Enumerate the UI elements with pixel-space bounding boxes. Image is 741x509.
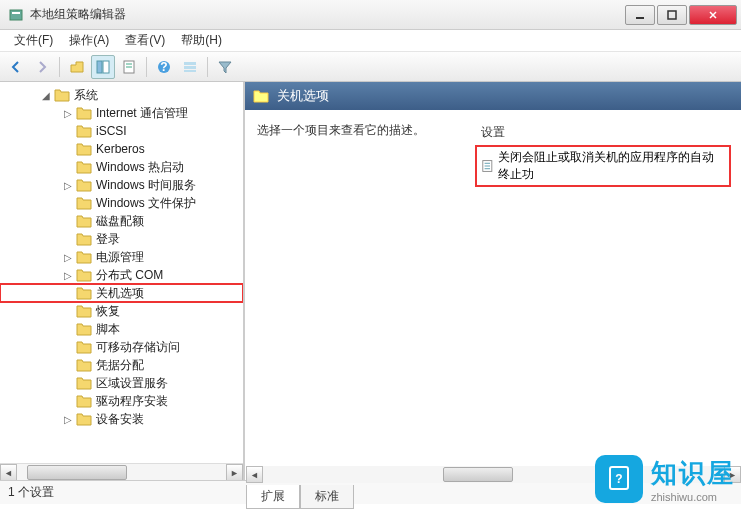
watermark: ? 知识屋 zhishiwu.com	[595, 455, 735, 503]
tree-label: 磁盘配额	[96, 213, 144, 230]
watermark-badge-icon: ?	[595, 455, 643, 503]
folder-icon	[253, 89, 269, 103]
watermark-sub: zhishiwu.com	[651, 491, 735, 503]
tree-item[interactable]: ▷磁盘配额	[0, 212, 243, 230]
tree-item[interactable]: ▷Internet 通信管理	[0, 104, 243, 122]
tree-label: 分布式 COM	[96, 267, 163, 284]
toolbar: ?	[0, 52, 741, 82]
svg-rect-3	[668, 11, 676, 19]
forward-button[interactable]	[30, 55, 54, 79]
detail-body: 选择一个项目来查看它的描述。 设置 关闭会阻止或取消关机的应用程序的自动终止功	[245, 110, 741, 480]
svg-rect-15	[184, 70, 196, 72]
menu-action[interactable]: 操作(A)	[61, 30, 117, 51]
app-icon	[8, 7, 24, 23]
tree-item[interactable]: ▷设备安装	[0, 410, 243, 428]
policy-icon	[481, 159, 494, 173]
tab-standard[interactable]: 标准	[300, 485, 354, 509]
tree-item[interactable]: ▷Windows 热启动	[0, 158, 243, 176]
tree-label: 电源管理	[96, 249, 144, 266]
detail-header: 关机选项	[245, 82, 741, 110]
watermark-main: 知识屋	[651, 456, 735, 491]
scroll-thumb[interactable]	[27, 465, 127, 480]
tree-item[interactable]: ▷驱动程序安装	[0, 392, 243, 410]
tree: ◢系统▷Internet 通信管理▷iSCSI▷Kerberos▷Windows…	[0, 82, 243, 432]
expand-icon[interactable]: ▷	[62, 251, 74, 263]
detail-title: 关机选项	[277, 87, 329, 105]
tab-extended[interactable]: 扩展	[246, 485, 300, 509]
scroll-left-button[interactable]: ◄	[0, 464, 17, 480]
menu-view[interactable]: 查看(V)	[117, 30, 173, 51]
tree-label: Windows 时间服务	[96, 177, 196, 194]
expand-icon[interactable]: ▷	[62, 107, 74, 119]
tree-label: Windows 文件保护	[96, 195, 196, 212]
settings-column-header[interactable]: 设置	[477, 122, 729, 143]
tree-label: 恢复	[96, 303, 120, 320]
tree-label: 设备安装	[96, 411, 144, 428]
expand-icon[interactable]: ▷	[62, 269, 74, 281]
expand-icon[interactable]: ▷	[62, 413, 74, 425]
tree-label: 凭据分配	[96, 357, 144, 374]
view-tabs: 扩展 标准	[246, 485, 354, 509]
menu-file[interactable]: 文件(F)	[6, 30, 61, 51]
svg-text:?: ?	[615, 472, 622, 486]
status-text: 1 个设置	[8, 484, 54, 501]
details-button[interactable]	[178, 55, 202, 79]
menu-help[interactable]: 帮助(H)	[173, 30, 230, 51]
tree-item[interactable]: ▷脚本	[0, 320, 243, 338]
toolbar-separator	[59, 57, 60, 77]
tree-label: Windows 热启动	[96, 159, 184, 176]
tree-label: 脚本	[96, 321, 120, 338]
svg-rect-13	[184, 62, 196, 65]
menubar: 文件(F) 操作(A) 查看(V) 帮助(H)	[0, 30, 741, 52]
settings-list: 设置 关闭会阻止或取消关机的应用程序的自动终止功	[477, 122, 729, 468]
tree-label: 关机选项	[96, 285, 144, 302]
svg-rect-0	[10, 10, 22, 20]
tree-label: Internet 通信管理	[96, 105, 188, 122]
tree-item[interactable]: ▷可移动存储访问	[0, 338, 243, 356]
scroll-track[interactable]	[17, 464, 226, 480]
scroll-thumb[interactable]	[443, 467, 513, 482]
tree-label: 系统	[74, 87, 98, 104]
filter-button[interactable]	[213, 55, 237, 79]
back-button[interactable]	[4, 55, 28, 79]
tree-label: iSCSI	[96, 124, 127, 138]
tree-horizontal-scrollbar[interactable]: ◄ ►	[0, 463, 243, 480]
window-title: 本地组策略编辑器	[30, 6, 623, 23]
toolbar-separator	[146, 57, 147, 77]
collapse-icon[interactable]: ◢	[40, 89, 52, 101]
tree-label: Kerberos	[96, 142, 145, 156]
content-area: ◢系统▷Internet 通信管理▷iSCSI▷Kerberos▷Windows…	[0, 82, 741, 480]
scroll-left-button[interactable]: ◄	[246, 466, 263, 483]
tree-item[interactable]: ▷登录	[0, 230, 243, 248]
tree-item[interactable]: ▷Windows 时间服务	[0, 176, 243, 194]
tree-item[interactable]: ▷关机选项	[0, 284, 243, 302]
close-button[interactable]	[689, 5, 737, 25]
tree-label: 驱动程序安装	[96, 393, 168, 410]
tree-panel: ◢系统▷Internet 通信管理▷iSCSI▷Kerberos▷Windows…	[0, 82, 245, 480]
tree-item[interactable]: ▷分布式 COM	[0, 266, 243, 284]
tree-item[interactable]: ▷区域设置服务	[0, 374, 243, 392]
scroll-right-button[interactable]: ►	[226, 464, 243, 480]
up-button[interactable]	[65, 55, 89, 79]
watermark-text: 知识屋 zhishiwu.com	[651, 456, 735, 503]
tree-item[interactable]: ▷Windows 文件保护	[0, 194, 243, 212]
svg-text:?: ?	[160, 60, 167, 74]
svg-rect-6	[97, 61, 102, 73]
properties-button[interactable]	[117, 55, 141, 79]
tree-root[interactable]: ◢系统	[0, 86, 243, 104]
tree-item[interactable]: ▷凭据分配	[0, 356, 243, 374]
tree-item[interactable]: ▷电源管理	[0, 248, 243, 266]
minimize-button[interactable]	[625, 5, 655, 25]
detail-description: 选择一个项目来查看它的描述。	[257, 122, 457, 468]
tree-toggle-button[interactable]	[91, 55, 115, 79]
tree-item[interactable]: ▷恢复	[0, 302, 243, 320]
expand-icon[interactable]: ▷	[62, 179, 74, 191]
tree-item[interactable]: ▷Kerberos	[0, 140, 243, 158]
svg-rect-1	[12, 12, 20, 14]
maximize-button[interactable]	[657, 5, 687, 25]
tree-label: 可移动存储访问	[96, 339, 180, 356]
setting-item[interactable]: 关闭会阻止或取消关机的应用程序的自动终止功	[477, 147, 729, 185]
tree-item[interactable]: ▷iSCSI	[0, 122, 243, 140]
help-button[interactable]: ?	[152, 55, 176, 79]
titlebar: 本地组策略编辑器	[0, 0, 741, 30]
